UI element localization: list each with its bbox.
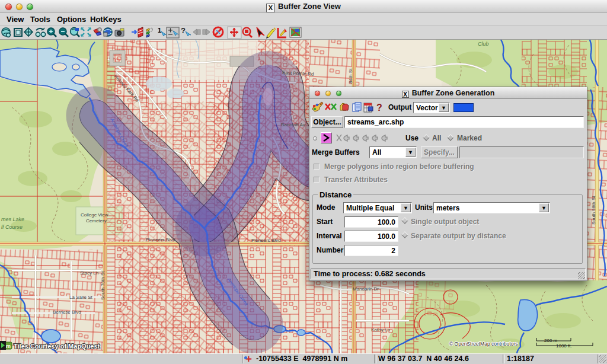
svg-text:Kathy Ln: Kathy Ln <box>371 327 390 333</box>
svg-text:m: m <box>6 343 11 349</box>
svg-text:?: ? <box>181 26 186 35</box>
svg-text:lf Course: lf Course <box>1 224 23 230</box>
svg-text:?: ? <box>376 103 382 113</box>
svg-text:Stacy Ln: Stacy Ln <box>80 270 98 276</box>
svg-text:Cemetery: Cemetery <box>86 218 107 223</box>
svg-text:Pioneers Blvd: Pioneers Blvd <box>146 237 175 242</box>
svg-text:84th St: 84th St <box>348 68 353 84</box>
svg-text:South 70th St: South 70th St <box>100 271 106 300</box>
svg-text:1: 1 <box>158 27 161 34</box>
svg-text:200 m: 200 m <box>544 338 558 343</box>
svg-text:College View: College View <box>81 212 108 218</box>
svg-text:mes Lake: mes Lake <box>1 216 24 222</box>
svg-text:Mandarin Dr: Mandarin Dr <box>353 286 379 292</box>
svg-text:1000 ft.: 1000 ft. <box>556 343 572 349</box>
svg-text:La Salle St: La Salle St <box>69 295 92 300</box>
svg-text:Pioneers Blvd: Pioneers Blvd <box>251 238 280 243</box>
svg-text:Tiles Courtesy of MapQuest: Tiles Courtesy of MapQuest <box>14 343 100 350</box>
svg-text:Bernese Blvd: Bernese Blvd <box>53 309 81 315</box>
svg-text:© OpenStreetMap contributors: © OpenStreetMap contributors <box>449 341 517 347</box>
svg-text:Club: Club <box>478 41 489 47</box>
svg-text:South 98th St: South 98th St <box>591 196 596 225</box>
svg-text:Bancroft Av: Bancroft Av <box>281 122 305 127</box>
